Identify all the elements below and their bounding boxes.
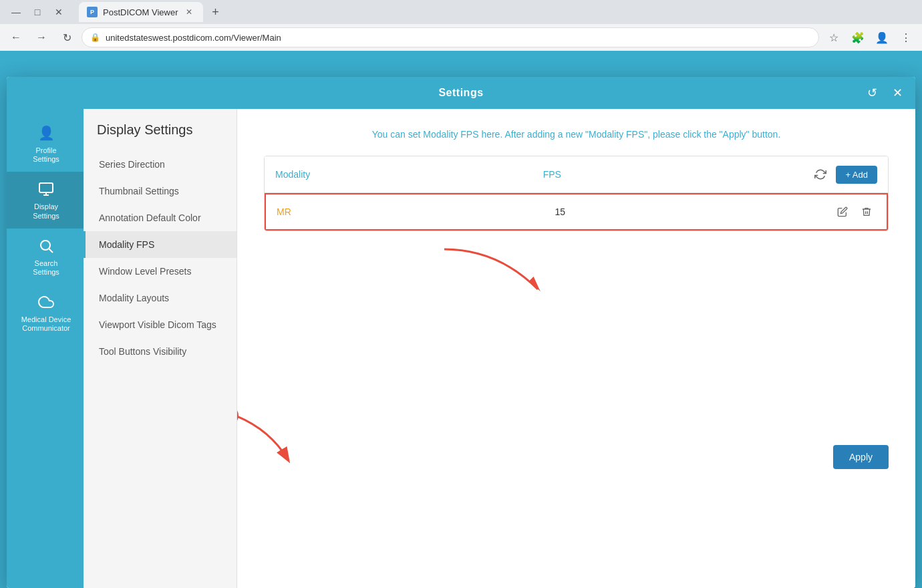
nav-item-thumbnail-settings[interactable]: Thumbnail Settings — [84, 178, 237, 204]
forward-button[interactable]: → — [31, 27, 52, 48]
add-fps-button[interactable]: + Add — [836, 166, 877, 184]
settings-sidebar: 👤 ProfileSettings DisplaySettings — [7, 109, 84, 588]
row-fps-value: 15 — [555, 206, 834, 217]
fps-table: Modality FPS + Add — [264, 156, 889, 231]
table-reset-button[interactable] — [810, 164, 830, 184]
sidebar-label-search: SearchSettings — [33, 259, 59, 277]
row-arrow-container — [431, 243, 551, 312]
svg-line-4 — [49, 249, 53, 253]
col-fps-header: FPS — [543, 169, 811, 180]
tab-favicon: P — [87, 7, 98, 17]
row-annotation-arrow — [431, 243, 551, 309]
delete-row-button[interactable] — [857, 202, 876, 221]
apply-section: 1 Apply — [264, 445, 889, 469]
modal-body: 👤 ProfileSettings DisplaySettings — [7, 109, 915, 588]
profile-icon: 👤 — [37, 124, 55, 142]
fps-table-row: MR 15 — [265, 193, 888, 231]
row-modality-value: MR — [277, 206, 555, 217]
close-window-button[interactable]: ✕ — [49, 3, 68, 21]
nav-item-tool-buttons-visibility[interactable]: Tool Buttons Visibility — [84, 338, 237, 365]
info-text: You can set Modality FPS here. After add… — [264, 129, 889, 140]
sidebar-item-display[interactable]: DisplaySettings — [7, 172, 84, 228]
settings-nav: Display Settings Series Direction Thumbn… — [84, 109, 237, 588]
apply-button-container: Apply — [264, 445, 889, 469]
sidebar-item-search[interactable]: SearchSettings — [7, 229, 84, 285]
sidebar-item-medical[interactable]: Medical DeviceCommunicator — [7, 285, 84, 341]
address-bar: ← → ↻ 🔒 unitedstateswest.postdicom.com/V… — [0, 24, 922, 51]
reload-button[interactable]: ↻ — [56, 27, 78, 48]
sidebar-label-medical: Medical DeviceCommunicator — [21, 315, 71, 333]
browser-titlebar: — □ ✕ P PostDICOM Viewer ✕ + — [0, 0, 922, 24]
back-button[interactable]: ← — [5, 27, 27, 48]
browser-window-controls: — □ ✕ — [7, 3, 68, 21]
apply-button[interactable]: Apply — [833, 445, 889, 469]
extensions-icon[interactable]: 🧩 — [847, 27, 869, 48]
modal-reset-button[interactable]: ↺ — [862, 83, 882, 103]
svg-rect-0 — [39, 183, 53, 192]
cloud-icon — [37, 293, 55, 311]
nav-item-window-level-presets[interactable]: Window Level Presets — [84, 258, 237, 285]
modal-overlay: Settings ↺ ✕ 👤 ProfileSettings — [0, 74, 922, 588]
bookmark-icon[interactable]: ☆ — [823, 27, 844, 48]
address-bar-actions: ☆ 🧩 👤 ⋮ — [823, 27, 917, 48]
lock-icon: 🔒 — [90, 33, 100, 42]
display-icon — [37, 180, 55, 198]
browser-chrome: — □ ✕ P PostDICOM Viewer ✕ + ← → ↻ 🔒 uni… — [0, 0, 922, 51]
maximize-button[interactable]: □ — [28, 3, 47, 21]
search-icon — [37, 237, 55, 255]
settings-content: You can set Modality FPS here. After add… — [237, 109, 915, 588]
fps-table-header: Modality FPS + Add — [265, 156, 888, 193]
col-modality-header: Modality — [275, 169, 543, 180]
annotation-badge: 1 — [237, 405, 239, 426]
browser-tab[interactable]: P PostDICOM Viewer ✕ — [79, 2, 203, 22]
new-tab-button[interactable]: + — [206, 3, 224, 21]
nav-item-modality-fps[interactable]: Modality FPS — [84, 231, 237, 258]
tab-title: PostDICOM Viewer — [103, 7, 178, 17]
minimize-button[interactable]: — — [7, 3, 25, 21]
profile-icon[interactable]: 👤 — [871, 27, 893, 48]
modal-close-button[interactable]: ✕ — [887, 83, 907, 103]
nav-item-viewport-visible-dicom-tags[interactable]: Viewport Visible Dicom Tags — [84, 311, 237, 338]
nav-item-annotation-default-color[interactable]: Annotation Default Color — [84, 204, 237, 231]
row-actions — [833, 202, 876, 221]
modal-header-actions: ↺ ✕ — [862, 83, 907, 103]
sidebar-item-profile[interactable]: 👤 ProfileSettings — [7, 116, 84, 172]
settings-nav-title: Display Settings — [84, 122, 237, 151]
sidebar-label-display: DisplaySettings — [33, 202, 59, 220]
table-header-actions: + Add — [810, 164, 877, 184]
settings-modal: Settings ↺ ✕ 👤 ProfileSettings — [7, 77, 915, 588]
modal-title: Settings — [438, 87, 483, 99]
edit-row-button[interactable] — [833, 202, 852, 221]
tab-close-icon[interactable]: ✕ — [183, 6, 195, 18]
menu-icon[interactable]: ⋮ — [895, 27, 917, 48]
modal-header: Settings ↺ ✕ — [7, 77, 915, 109]
svg-point-3 — [41, 241, 50, 250]
sidebar-label-profile: ProfileSettings — [33, 146, 59, 164]
nav-item-modality-layouts[interactable]: Modality Layouts — [84, 285, 237, 311]
nav-item-series-direction[interactable]: Series Direction — [84, 151, 237, 178]
url-text: unitedstateswest.postdicom.com/Viewer/Ma… — [106, 33, 281, 43]
url-input[interactable]: 🔒 unitedstateswest.postdicom.com/Viewer/… — [82, 27, 819, 47]
